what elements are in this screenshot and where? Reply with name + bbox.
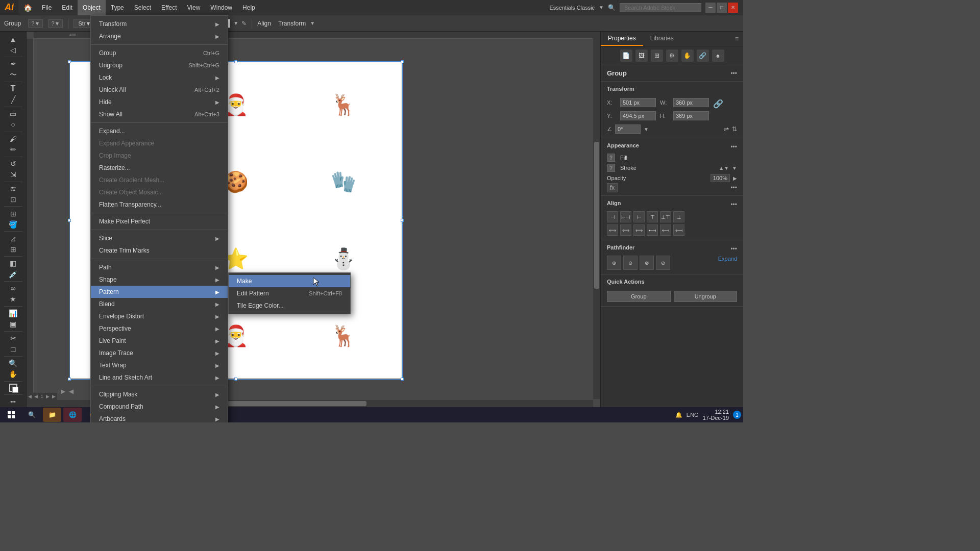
free-transform-tool[interactable]: ⊡ (6, 194, 20, 204)
zoom-tool[interactable]: 🔍 (6, 358, 20, 368)
menu-effect[interactable]: Effect (156, 0, 182, 15)
pf-intersect[interactable]: ⊗ (640, 256, 654, 270)
menu-line-sketch[interactable]: Line and Sketch Art ▶ (91, 371, 228, 384)
expand-button[interactable]: Expand (718, 256, 737, 270)
panel-icon-1[interactable]: ≡ (735, 35, 739, 42)
pencil-tool[interactable]: ✏ (6, 145, 20, 155)
menu-image-trace[interactable]: Image Trace ▶ (91, 347, 228, 359)
rect-tool[interactable]: ▭ (6, 109, 20, 119)
dist-bottom[interactable]: ⟻ (673, 224, 684, 236)
angle-input[interactable] (615, 124, 641, 134)
menu-arrange[interactable]: Arrange ▶ (91, 30, 228, 42)
menu-window[interactable]: Window (205, 0, 237, 15)
menu-trim-marks[interactable]: Create Trim Marks (91, 244, 228, 257)
ellipse-tool[interactable]: ○ (6, 120, 20, 130)
file-explorer-icon[interactable]: 📁 (43, 408, 61, 422)
direct-select-tool[interactable]: ◁ (6, 45, 20, 55)
hand-tool[interactable]: ✋ (6, 369, 20, 379)
artboard-tool[interactable]: ▣ (6, 319, 20, 329)
pen-tool[interactable]: ✒ (6, 59, 20, 69)
align-h-center[interactable]: ⊢⊣ (620, 211, 631, 222)
help-icon-2[interactable]: ?▼ (48, 19, 63, 28)
menu-type[interactable]: Type (106, 0, 129, 15)
menu-file[interactable]: File (37, 0, 57, 15)
align-right-edge[interactable]: ⊢ (633, 211, 645, 222)
stroke-dropdown[interactable]: ▼ (732, 165, 737, 171)
menu-group[interactable]: Group Ctrl+G (91, 47, 228, 59)
menu-expand[interactable]: Expand... (91, 125, 228, 137)
menu-unlock-all[interactable]: Unlock All Alt+Ctrl+2 (91, 84, 228, 96)
taskbar-badge[interactable]: 1 (733, 411, 741, 419)
menu-flatten[interactable]: Flatten Transparency... (91, 198, 228, 211)
select-tool[interactable]: ▲ (6, 34, 20, 44)
menu-clipping-mask[interactable]: Clipping Mask ▶ (91, 388, 228, 400)
pattern-make[interactable]: Make (229, 275, 350, 287)
scroll-thumb-v[interactable] (594, 142, 599, 289)
menu-envelope-distort[interactable]: Envelope Distort ▶ (91, 310, 228, 322)
scale-tool[interactable]: ⇲ (6, 169, 20, 179)
menu-perspective[interactable]: Perspective ▶ (91, 322, 228, 335)
shape-builder-tool[interactable]: ⊞ (6, 209, 20, 218)
rotate-tool[interactable]: ↺ (6, 159, 20, 168)
search-input[interactable] (620, 3, 701, 12)
align-more[interactable]: ••• (730, 201, 737, 208)
pf-minus-front[interactable]: ⊖ (623, 256, 638, 270)
menu-text-wrap[interactable]: Text Wrap ▶ (91, 359, 228, 371)
w-input[interactable] (673, 98, 709, 107)
appearance-more[interactable]: ••• (730, 143, 737, 151)
mesh-tool[interactable]: ⊞ (6, 244, 20, 254)
symbol-tool[interactable]: ★ (6, 294, 20, 304)
stroke-expand[interactable]: ▲▼ (719, 165, 729, 171)
line-tool[interactable]: ╱ (6, 95, 20, 105)
blend-tool[interactable]: ∞ (6, 284, 20, 293)
dist-h-center[interactable]: ⟺ (620, 224, 631, 236)
close-button[interactable]: ✕ (728, 3, 738, 13)
panel-btn-7[interactable]: ♠ (712, 49, 724, 62)
perspective-tool[interactable]: ⊿ (6, 234, 20, 243)
pathfinder-more[interactable]: ••• (730, 245, 737, 253)
menu-compound-path[interactable]: Compound Path ▶ (91, 400, 228, 413)
menu-transform[interactable]: Transform ▶ (91, 18, 228, 30)
curvature-tool[interactable]: 〜 (6, 70, 20, 80)
panel-btn-6[interactable]: 🔗 (697, 49, 709, 62)
menu-live-paint[interactable]: Live Paint ▶ (91, 335, 228, 347)
link-icon[interactable]: 🔗 (713, 98, 723, 109)
menu-help[interactable]: Help (237, 0, 260, 15)
menu-hide[interactable]: Hide ▶ (91, 96, 228, 108)
opacity-arrow2[interactable]: ▶ (733, 176, 737, 181)
qa-group[interactable]: Group (607, 291, 671, 302)
opacity-value2[interactable]: 100% (710, 174, 730, 182)
live-paint-tool[interactable]: 🪣 (6, 219, 20, 229)
bar-graph-tool[interactable]: 📊 (6, 309, 20, 318)
align-left-edge[interactable]: ⊣ (607, 211, 618, 222)
y-input[interactable] (620, 111, 656, 120)
dist-right[interactable]: ⟺ (633, 224, 645, 236)
pf-exclude[interactable]: ⊘ (656, 256, 670, 270)
menu-path[interactable]: Path ▶ (91, 261, 228, 273)
warp-tool[interactable]: ≋ (6, 184, 20, 193)
menu-edit[interactable]: Edit (57, 0, 78, 15)
angle-dropdown[interactable]: ▼ (644, 127, 649, 132)
menu-view[interactable]: View (182, 0, 206, 15)
menu-slice[interactable]: Slice ▶ (91, 232, 228, 244)
pf-unite[interactable]: ⊕ (607, 256, 621, 270)
scroll-arrow-right[interactable]: ▶ (61, 388, 65, 395)
flip-v-icon[interactable]: ⇅ (732, 126, 737, 133)
menu-select[interactable]: Select (129, 0, 156, 15)
canvas-scrollbar-v[interactable] (593, 32, 600, 399)
workspace-chevron[interactable]: ▼ (599, 5, 604, 10)
minimize-button[interactable]: ─ (705, 3, 716, 13)
appearance-more2[interactable]: ••• (730, 184, 737, 191)
dist-left[interactable]: ⟺ (607, 224, 618, 236)
panel-btn-3[interactable]: ⊞ (651, 49, 663, 62)
dist-v-center[interactable]: ⟻ (660, 224, 671, 236)
tab-properties[interactable]: Properties (601, 32, 643, 46)
style-dropdown[interactable]: ▼ (233, 20, 238, 26)
eraser-tool[interactable]: ◻ (6, 344, 20, 354)
menu-lock[interactable]: Lock ▶ (91, 71, 228, 84)
menu-pattern[interactable]: Pattern ▶ (91, 286, 228, 298)
fx-icon[interactable]: fx (607, 183, 618, 192)
eyedropper-tool[interactable]: 💉 (6, 269, 20, 279)
browser-red-icon[interactable]: 🌐 (63, 408, 82, 422)
menu-ungroup[interactable]: Ungroup Shift+Ctrl+G (91, 59, 228, 71)
